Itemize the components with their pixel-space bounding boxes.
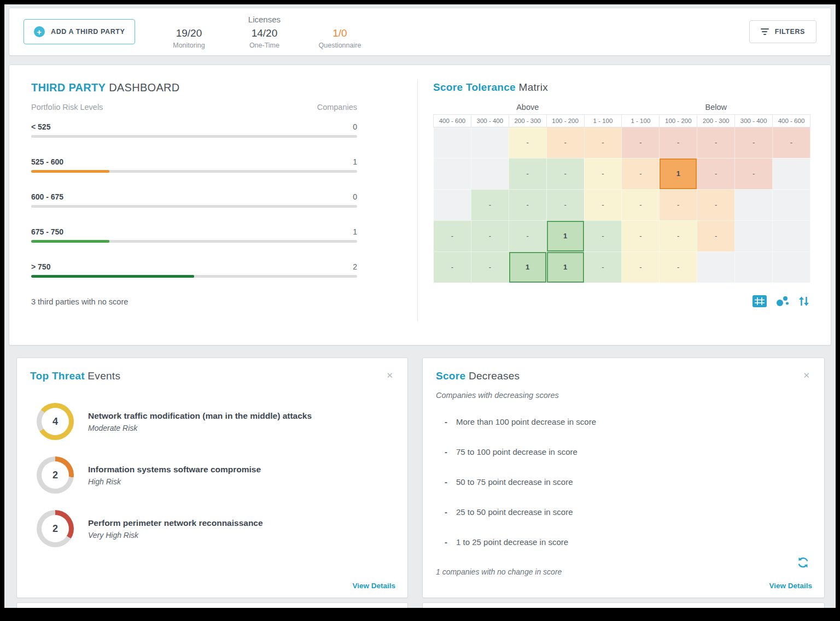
partial-card-left: [16, 602, 408, 608]
matrix-cell[interactable]: -: [697, 220, 735, 251]
filter-icon: [761, 28, 769, 35]
score-tolerance-panel: Score Tolerance Matrix Above Below 400 -…: [418, 65, 831, 345]
threat-count: 4: [37, 403, 74, 440]
risk-bar-fill: [31, 275, 194, 278]
matrix-cell[interactable]: -: [697, 158, 735, 189]
matrix-group-headers: Above Below: [434, 100, 810, 114]
matrix-cell[interactable]: -: [509, 158, 546, 189]
matrix-cell[interactable]: -: [584, 251, 622, 283]
portfolio-risk-panel: THIRD PARTY DASHBOARD Portfolio Risk Lev…: [9, 65, 417, 345]
matrix-row: -------: [434, 189, 810, 220]
next-row-partial-cards: [16, 602, 825, 608]
decrease-range-item[interactable]: -25 to 50 point decrease in score: [445, 507, 811, 517]
matrix-range-header: 200 - 300: [697, 114, 735, 127]
matrix-cell[interactable]: -: [509, 189, 546, 220]
risk-bar-track: [31, 170, 357, 173]
decrease-range-item[interactable]: -75 to 100 point decrease in score: [445, 447, 811, 456]
matrix-range-header: 300 - 400: [735, 114, 773, 127]
matrix-cell[interactable]: 1: [546, 220, 584, 251]
matrix-cell[interactable]: 1: [660, 158, 697, 189]
risk-levels-list: < 5250525 - 6001600 - 6750675 - 7501> 75…: [31, 122, 357, 278]
license-stat: 19/20Monitoring: [166, 27, 212, 49]
matrix-cell[interactable]: -: [546, 189, 584, 220]
threat-event-row[interactable]: 2Information systems software compromise…: [37, 456, 394, 494]
matrix-cell[interactable]: -: [584, 127, 622, 158]
matrix-cell[interactable]: -: [471, 189, 509, 220]
license-stat-value: 19/20: [166, 27, 212, 39]
risk-level-row[interactable]: 525 - 6001: [31, 157, 357, 173]
matrix-row: --------: [434, 127, 810, 158]
risk-level-row[interactable]: > 7502: [31, 262, 357, 278]
matrix-cell[interactable]: -: [509, 127, 546, 158]
threat-risk-level: Very High Risk: [88, 531, 263, 540]
threat-event-row[interactable]: 4Network traffic modification (man in th…: [37, 403, 394, 440]
threat-view-details-link[interactable]: View Details: [352, 582, 395, 590]
decrease-range-item[interactable]: -50 to 75 point decrease in score: [445, 477, 811, 487]
threat-donut-chart: 2: [37, 456, 74, 494]
matrix-cell[interactable]: -: [622, 251, 660, 283]
matrix-cell[interactable]: 1: [509, 251, 546, 283]
matrix-cell[interactable]: -: [584, 189, 622, 220]
matrix-cell[interactable]: -: [660, 220, 697, 251]
matrix-cell[interactable]: 1: [546, 251, 584, 283]
threat-risk-level: Moderate Risk: [88, 424, 312, 432]
risk-level-label: < 525: [31, 122, 50, 131]
risk-level-count: 1: [353, 227, 357, 236]
threat-event-row[interactable]: 2Perform perimeter network reconnaissanc…: [37, 510, 394, 547]
threat-risk-level: High Risk: [88, 477, 261, 486]
matrix-cell[interactable]: -: [546, 158, 584, 189]
matrix-cell[interactable]: -: [622, 127, 660, 158]
risk-level-row[interactable]: < 5250: [31, 122, 357, 138]
decrease-range-item[interactable]: -1 to 25 point decrease in score: [445, 537, 811, 547]
decreases-view-details-link[interactable]: View Details: [769, 582, 812, 590]
matrix-cell[interactable]: -: [622, 158, 660, 189]
sync-icon[interactable]: [796, 556, 810, 571]
matrix-cell[interactable]: -: [697, 127, 735, 158]
decrease-range-item[interactable]: -More than 100 point decrease in score: [445, 417, 811, 426]
threat-donut-chart: 2: [37, 510, 74, 547]
close-icon[interactable]: ✕: [802, 370, 811, 380]
third-party-dashboard-card: THIRD PARTY DASHBOARD Portfolio Risk Lev…: [9, 65, 831, 345]
matrix-cell: [471, 158, 509, 189]
matrix-cell: [434, 189, 471, 220]
matrix-cell[interactable]: -: [622, 220, 660, 251]
matrix-cell[interactable]: -: [660, 127, 697, 158]
matrix-cell[interactable]: -: [660, 189, 697, 220]
matrix-cell[interactable]: -: [546, 127, 584, 158]
threat-text: Perform perimeter network reconnaissance…: [88, 518, 263, 540]
risk-level-count: 0: [353, 122, 357, 131]
risk-bar-track: [31, 205, 357, 208]
decrease-range-label: 50 to 75 point decrease in score: [456, 477, 573, 487]
top-threat-events-card: Top Threat Events ✕ 4Network traffic mod…: [16, 358, 408, 598]
plus-icon: +: [34, 26, 45, 37]
matrix-cell[interactable]: -: [434, 251, 471, 283]
matrix-cell[interactable]: -: [471, 251, 509, 283]
no-change-note: 1 companies with no change in score: [436, 567, 811, 576]
matrix-cell[interactable]: -: [735, 127, 773, 158]
close-icon[interactable]: ✕: [385, 370, 394, 380]
matrix-cell[interactable]: -: [584, 158, 622, 189]
threat-list: 4Network traffic modification (man in th…: [30, 403, 394, 547]
matrix-cell[interactable]: -: [434, 220, 471, 251]
filters-button[interactable]: FILTERS: [749, 20, 816, 43]
matrix-cell[interactable]: -: [622, 189, 660, 220]
grid-view-icon[interactable]: [752, 295, 767, 307]
matrix-cell[interactable]: -: [509, 220, 546, 251]
threat-card-title: Top Threat Events: [30, 370, 120, 382]
matrix-range-header: 300 - 400: [471, 114, 509, 127]
matrix-cell[interactable]: -: [735, 158, 773, 189]
risk-bar-fill: [31, 170, 109, 173]
risk-level-row[interactable]: 675 - 7501: [31, 227, 357, 243]
matrix-cell[interactable]: -: [584, 220, 622, 251]
matrix-cell[interactable]: -: [471, 220, 509, 251]
matrix-cell[interactable]: -: [660, 251, 697, 283]
threat-donut-chart: 4: [37, 403, 74, 440]
risk-level-row[interactable]: 600 - 6750: [31, 192, 357, 208]
matrix-cell[interactable]: -: [697, 189, 735, 220]
decrease-range-label: 1 to 25 point decrease in score: [456, 537, 568, 547]
sort-arrows-icon[interactable]: [798, 296, 810, 307]
scatter-view-icon[interactable]: [775, 295, 789, 307]
add-third-party-button[interactable]: + ADD A THIRD PARTY: [24, 19, 135, 44]
matrix-cell[interactable]: -: [773, 127, 810, 158]
risk-level-label: 525 - 600: [31, 157, 63, 166]
